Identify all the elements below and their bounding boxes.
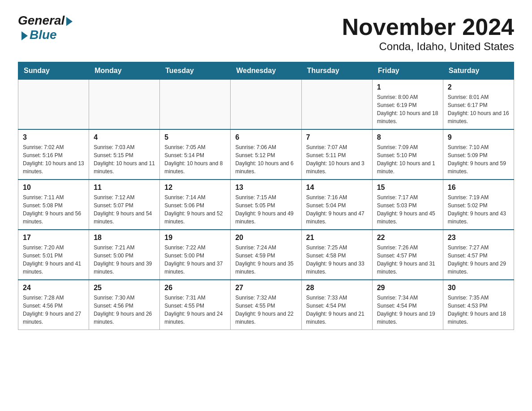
table-row: 15Sunrise: 7:17 AMSunset: 5:03 PMDayligh… (372, 180, 443, 230)
day-info: Sunrise: 7:35 AMSunset: 4:53 PMDaylight:… (448, 294, 509, 326)
table-row: 7Sunrise: 7:07 AMSunset: 5:11 PMDaylight… (301, 129, 372, 180)
day-number: 23 (448, 234, 509, 242)
day-info: Sunrise: 8:01 AMSunset: 6:17 PMDaylight:… (448, 93, 509, 125)
day-number: 21 (306, 234, 368, 242)
table-row: 17Sunrise: 7:20 AMSunset: 5:01 PMDayligh… (18, 230, 89, 280)
table-row: 8Sunrise: 7:09 AMSunset: 5:10 PMDaylight… (372, 129, 443, 180)
table-row: 9Sunrise: 7:10 AMSunset: 5:09 PMDaylight… (443, 129, 514, 180)
title-section: November 2024 Conda, Idaho, United State… (342, 13, 514, 53)
day-info: Sunrise: 7:17 AMSunset: 5:03 PMDaylight:… (377, 193, 438, 226)
table-row: 25Sunrise: 7:30 AMSunset: 4:56 PMDayligh… (89, 280, 160, 330)
table-row: 2Sunrise: 8:01 AMSunset: 6:17 PMDaylight… (443, 80, 514, 130)
day-info: Sunrise: 7:02 AMSunset: 5:16 PMDaylight:… (23, 143, 84, 176)
day-info: Sunrise: 7:09 AMSunset: 5:10 PMDaylight:… (377, 143, 438, 176)
table-row: 24Sunrise: 7:28 AMSunset: 4:56 PMDayligh… (18, 280, 89, 330)
table-row (89, 80, 160, 130)
table-row: 20Sunrise: 7:24 AMSunset: 4:59 PMDayligh… (231, 230, 301, 280)
day-info: Sunrise: 7:03 AMSunset: 5:15 PMDaylight:… (94, 143, 155, 176)
calendar-week-row: 3Sunrise: 7:02 AMSunset: 5:16 PMDaylight… (18, 129, 514, 180)
day-info: Sunrise: 7:31 AMSunset: 4:55 PMDaylight:… (164, 294, 226, 326)
day-info: Sunrise: 7:06 AMSunset: 5:12 PMDaylight:… (235, 143, 296, 176)
table-row: 23Sunrise: 7:27 AMSunset: 4:57 PMDayligh… (443, 230, 514, 280)
calendar-title: November 2024 (342, 13, 514, 40)
day-info: Sunrise: 7:07 AMSunset: 5:11 PMDaylight:… (306, 143, 368, 176)
table-row (231, 80, 301, 130)
day-info: Sunrise: 7:33 AMSunset: 4:54 PMDaylight:… (306, 294, 368, 326)
day-number: 8 (377, 133, 438, 141)
table-row: 13Sunrise: 7:15 AMSunset: 5:05 PMDayligh… (231, 180, 301, 230)
day-info: Sunrise: 7:12 AMSunset: 5:07 PMDaylight:… (94, 193, 155, 226)
day-number: 3 (23, 133, 84, 141)
day-info: Sunrise: 7:19 AMSunset: 5:02 PMDaylight:… (448, 193, 509, 226)
page-header: General Blue November 2024 Conda, Idaho,… (18, 13, 514, 53)
table-row: 19Sunrise: 7:22 AMSunset: 5:00 PMDayligh… (160, 230, 231, 280)
calendar-week-row: 24Sunrise: 7:28 AMSunset: 4:56 PMDayligh… (18, 280, 514, 330)
day-info: Sunrise: 7:15 AMSunset: 5:05 PMDaylight:… (235, 193, 296, 226)
day-number: 17 (23, 234, 84, 242)
day-number: 29 (377, 284, 438, 292)
table-row: 10Sunrise: 7:11 AMSunset: 5:08 PMDayligh… (18, 180, 89, 230)
day-number: 12 (164, 184, 226, 192)
header-thursday: Thursday (301, 62, 372, 80)
day-number: 27 (235, 284, 296, 292)
day-number: 10 (23, 184, 84, 192)
day-info: Sunrise: 7:30 AMSunset: 4:56 PMDaylight:… (94, 294, 155, 326)
calendar-week-row: 17Sunrise: 7:20 AMSunset: 5:01 PMDayligh… (18, 230, 514, 280)
table-row: 29Sunrise: 7:34 AMSunset: 4:54 PMDayligh… (372, 280, 443, 330)
logo-arrow-icon (66, 17, 73, 26)
header-saturday: Saturday (443, 62, 514, 80)
logo-general-text: General (18, 13, 64, 28)
day-number: 16 (448, 184, 509, 192)
day-number: 13 (235, 184, 296, 192)
table-row: 12Sunrise: 7:14 AMSunset: 5:06 PMDayligh… (160, 180, 231, 230)
table-row: 14Sunrise: 7:16 AMSunset: 5:04 PMDayligh… (301, 180, 372, 230)
day-number: 9 (448, 133, 509, 141)
table-row: 30Sunrise: 7:35 AMSunset: 4:53 PMDayligh… (443, 280, 514, 330)
table-row: 22Sunrise: 7:26 AMSunset: 4:57 PMDayligh… (372, 230, 443, 280)
day-info: Sunrise: 7:11 AMSunset: 5:08 PMDaylight:… (23, 193, 84, 226)
day-number: 4 (94, 133, 155, 141)
day-info: Sunrise: 7:28 AMSunset: 4:56 PMDaylight:… (23, 294, 84, 326)
day-number: 26 (164, 284, 226, 292)
calendar-header-row: Sunday Monday Tuesday Wednesday Thursday… (18, 62, 514, 80)
table-row: 18Sunrise: 7:21 AMSunset: 5:00 PMDayligh… (89, 230, 160, 280)
day-number: 22 (377, 234, 438, 242)
table-row: 28Sunrise: 7:33 AMSunset: 4:54 PMDayligh… (301, 280, 372, 330)
day-number: 7 (306, 133, 368, 141)
header-wednesday: Wednesday (231, 62, 301, 80)
table-row: 4Sunrise: 7:03 AMSunset: 5:15 PMDaylight… (89, 129, 160, 180)
logo: General Blue (18, 13, 73, 42)
day-info: Sunrise: 8:00 AMSunset: 6:19 PMDaylight:… (377, 93, 438, 125)
logo-blue-text: Blue (30, 28, 57, 42)
day-number: 11 (94, 184, 155, 192)
day-info: Sunrise: 7:27 AMSunset: 4:57 PMDaylight:… (448, 244, 509, 276)
table-row: 26Sunrise: 7:31 AMSunset: 4:55 PMDayligh… (160, 280, 231, 330)
table-row: 1Sunrise: 8:00 AMSunset: 6:19 PMDaylight… (372, 80, 443, 130)
table-row: 27Sunrise: 7:32 AMSunset: 4:55 PMDayligh… (231, 280, 301, 330)
table-row: 6Sunrise: 7:06 AMSunset: 5:12 PMDaylight… (231, 129, 301, 180)
day-number: 19 (164, 234, 226, 242)
header-monday: Monday (89, 62, 160, 80)
day-number: 6 (235, 133, 296, 141)
table-row: 11Sunrise: 7:12 AMSunset: 5:07 PMDayligh… (89, 180, 160, 230)
day-number: 5 (164, 133, 226, 141)
table-row (301, 80, 372, 130)
day-info: Sunrise: 7:34 AMSunset: 4:54 PMDaylight:… (377, 294, 438, 326)
calendar-week-row: 10Sunrise: 7:11 AMSunset: 5:08 PMDayligh… (18, 180, 514, 230)
table-row: 16Sunrise: 7:19 AMSunset: 5:02 PMDayligh… (443, 180, 514, 230)
day-number: 1 (377, 83, 438, 91)
header-sunday: Sunday (18, 62, 89, 80)
calendar-week-row: 1Sunrise: 8:00 AMSunset: 6:19 PMDaylight… (18, 80, 514, 130)
logo-arrow-icon-2 (21, 31, 28, 40)
day-info: Sunrise: 7:16 AMSunset: 5:04 PMDaylight:… (306, 193, 368, 226)
day-number: 2 (448, 83, 509, 91)
day-info: Sunrise: 7:20 AMSunset: 5:01 PMDaylight:… (23, 244, 84, 276)
calendar-location: Conda, Idaho, United States (342, 40, 514, 53)
day-number: 24 (23, 284, 84, 292)
day-number: 25 (94, 284, 155, 292)
day-number: 14 (306, 184, 368, 192)
day-info: Sunrise: 7:26 AMSunset: 4:57 PMDaylight:… (377, 244, 438, 276)
table-row: 3Sunrise: 7:02 AMSunset: 5:16 PMDaylight… (18, 129, 89, 180)
header-friday: Friday (372, 62, 443, 80)
day-info: Sunrise: 7:14 AMSunset: 5:06 PMDaylight:… (164, 193, 226, 226)
